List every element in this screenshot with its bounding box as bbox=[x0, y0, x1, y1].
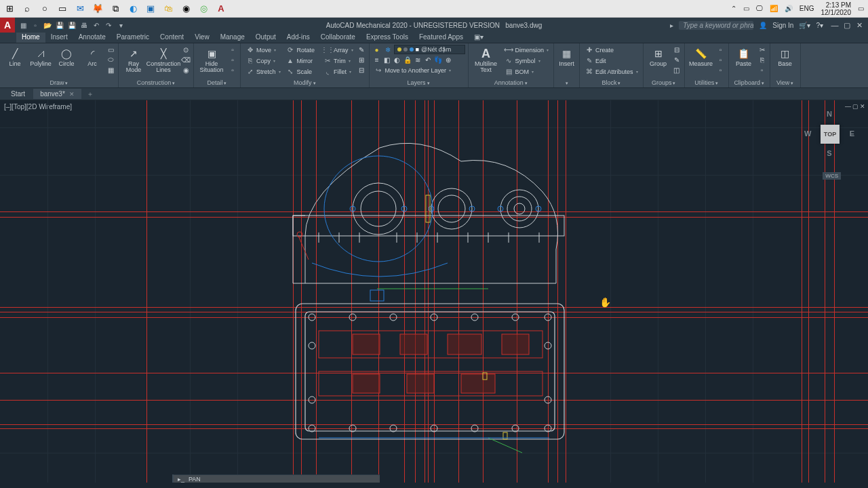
close-button[interactable]: ✕ bbox=[853, 19, 865, 31]
mail-icon[interactable]: ✉ bbox=[72, 1, 88, 16]
util-icon-1[interactable]: ▫ bbox=[716, 45, 726, 54]
tray-clock[interactable]: 2:13 PM 12/1/2020 bbox=[821, 1, 852, 16]
layer-lock-icon[interactable]: 🔒 bbox=[403, 55, 412, 64]
qat-redo-icon[interactable]: ↷ bbox=[103, 20, 114, 30]
measure-button[interactable]: 📏Measure bbox=[688, 45, 715, 67]
tab-extra-icon[interactable]: ▣▾ bbox=[469, 33, 489, 43]
hatch-icon[interactable]: ▦ bbox=[106, 65, 115, 75]
ray-mode-button[interactable]: ↗Ray Mode bbox=[121, 45, 146, 74]
rotate-button[interactable]: ⟳Rotate bbox=[284, 45, 320, 55]
modify-icon-b[interactable]: ⊞ bbox=[357, 55, 366, 64]
tab-annotate[interactable]: Annotate bbox=[73, 33, 111, 43]
modify-icon-c[interactable]: ⊟ bbox=[357, 65, 366, 75]
viewcube-west[interactable]: W bbox=[804, 129, 811, 138]
multiline-text-button[interactable]: AMultiline Text bbox=[471, 45, 501, 74]
tab-collaborate[interactable]: Collaborate bbox=[315, 33, 361, 43]
help-search[interactable]: Type a keyword or phrase bbox=[679, 21, 753, 30]
tray-volume-icon[interactable]: 🔊 bbox=[785, 5, 793, 12]
layer-iso-icon[interactable]: ◧ bbox=[382, 55, 392, 64]
start-tab[interactable]: Start bbox=[4, 89, 32, 99]
viewcube-north[interactable]: N bbox=[827, 110, 832, 118]
ellipse-icon[interactable]: ⬭ bbox=[106, 55, 115, 64]
line-icon[interactable]: ◎ bbox=[195, 1, 212, 16]
array-button[interactable]: ⋮⋮Array bbox=[321, 45, 355, 55]
cut-icon[interactable]: ✂ bbox=[757, 45, 767, 54]
symbol-button[interactable]: ∿Symbol bbox=[502, 56, 551, 66]
create-block-button[interactable]: ✚Create bbox=[583, 45, 640, 55]
tray-monitor-icon[interactable]: 🖵 bbox=[756, 5, 763, 12]
minimize-button[interactable]: — bbox=[829, 19, 841, 31]
viewcube-east[interactable]: E bbox=[850, 129, 854, 138]
qat-saveas-icon[interactable]: 💾 bbox=[66, 20, 77, 30]
tab-manage[interactable]: Manage bbox=[215, 33, 250, 43]
start-button[interactable]: ⊞ bbox=[1, 1, 18, 16]
share-icon[interactable]: ▸ bbox=[670, 22, 673, 29]
polyline-button[interactable]: ⩘Polyline bbox=[28, 45, 53, 67]
maximize-button[interactable]: ▢ bbox=[841, 19, 853, 31]
edit-attributes-button[interactable]: ⌘Edit Attributes bbox=[583, 66, 640, 77]
tab-featuredapps[interactable]: Featured Apps bbox=[414, 33, 469, 43]
taskview-icon[interactable]: ▭ bbox=[54, 1, 71, 16]
drawing-viewport[interactable]: [–][Top][2D Wireframe] — ▢ ✕ bbox=[0, 100, 868, 483]
trim-button[interactable]: ✂Trim bbox=[321, 56, 355, 66]
line-button[interactable]: ╱Line bbox=[3, 45, 27, 67]
copy-clip-icon[interactable]: ⎘ bbox=[757, 55, 767, 64]
copy-button[interactable]: ⎘Copy bbox=[243, 56, 283, 66]
tab-output[interactable]: Output bbox=[250, 33, 281, 43]
qat-open-icon[interactable]: 📂 bbox=[42, 20, 53, 30]
qat-undo-icon[interactable]: ↶ bbox=[91, 20, 102, 30]
arc-button[interactable]: ◜Arc bbox=[80, 45, 104, 67]
viewcube-south[interactable]: S bbox=[827, 149, 831, 157]
new-tab-button[interactable]: ＋ bbox=[83, 88, 98, 100]
tray-wifi-icon[interactable]: 📶 bbox=[770, 5, 778, 12]
tab-expresstools[interactable]: Express Tools bbox=[361, 33, 414, 43]
layer-bulb-icon[interactable]: ● bbox=[372, 45, 382, 54]
tab-parametric[interactable]: Parametric bbox=[111, 33, 155, 43]
chrome-icon[interactable]: ◉ bbox=[178, 1, 194, 16]
layer-prop-icon[interactable]: ≡ bbox=[372, 55, 382, 64]
detail-icon-1[interactable]: ▫ bbox=[228, 45, 237, 54]
edge-icon[interactable]: ◐ bbox=[125, 1, 141, 16]
qat-grid-icon[interactable]: ▦ bbox=[18, 20, 28, 30]
notification-icon[interactable]: ▭ bbox=[858, 5, 864, 12]
cortana-icon[interactable]: ○ bbox=[37, 1, 53, 16]
qat-save-icon[interactable]: 💾 bbox=[54, 20, 65, 30]
clip-icon-3[interactable]: ▫ bbox=[757, 65, 767, 75]
tab-view[interactable]: View bbox=[189, 33, 215, 43]
qat-more-icon[interactable]: ▾ bbox=[115, 20, 126, 30]
dimension-button[interactable]: ⟷Dimension bbox=[502, 45, 551, 55]
layer-dropdown[interactable]: ■ @Nét đậm bbox=[394, 45, 465, 54]
util-icon-3[interactable]: ▫ bbox=[716, 65, 726, 75]
app-icon-1[interactable]: ▣ bbox=[142, 1, 159, 16]
cline-point-icon[interactable]: ⊙ bbox=[181, 45, 191, 54]
group-select-icon[interactable]: ◫ bbox=[672, 65, 682, 75]
move-button[interactable]: ✥Move bbox=[243, 45, 283, 55]
qat-new-icon[interactable]: ▫ bbox=[30, 20, 41, 30]
fillet-button[interactable]: ◟Fillet bbox=[321, 66, 355, 77]
view-cube[interactable]: N S E W TOP bbox=[806, 110, 853, 157]
util-icon-2[interactable]: ▫ bbox=[716, 55, 726, 64]
tab-home[interactable]: Home bbox=[16, 33, 45, 43]
cline-circle-icon[interactable]: ◉ bbox=[181, 65, 191, 75]
file-tab[interactable]: banve3*✕ bbox=[33, 89, 81, 99]
app-logo-icon[interactable]: A bbox=[0, 18, 15, 33]
base-view-button[interactable]: ◫Base bbox=[773, 45, 797, 67]
firefox-icon[interactable]: 🦊 bbox=[90, 1, 106, 16]
tray-chevron-icon[interactable]: ⌃ bbox=[731, 5, 736, 12]
cart-icon[interactable]: 🛒▾ bbox=[799, 22, 810, 29]
modify-icon-a[interactable]: ✎ bbox=[357, 45, 366, 54]
construction-lines-button[interactable]: ╳Construction Lines bbox=[147, 45, 180, 74]
layer-off-icon[interactable]: ◐ bbox=[393, 55, 402, 64]
move-to-layer-button[interactable]: ↪Move to Another Layer bbox=[372, 65, 454, 75]
account-icon[interactable]: 👤 bbox=[759, 22, 767, 29]
viewcube-face[interactable]: TOP bbox=[821, 125, 840, 144]
tray-battery-icon[interactable]: ▭ bbox=[743, 5, 749, 12]
detail-icon-2[interactable]: ▫ bbox=[228, 55, 237, 64]
command-line[interactable]: ▸_ PAN bbox=[174, 474, 380, 483]
tray-lang[interactable]: ENG bbox=[800, 5, 814, 12]
cline-erase-icon[interactable]: ⌫ bbox=[181, 55, 191, 64]
tab-insert[interactable]: Insert bbox=[45, 33, 73, 43]
hide-situation-button[interactable]: ▣Hide Situation bbox=[197, 45, 226, 74]
group-button[interactable]: ⊞Group bbox=[646, 45, 671, 67]
store-icon[interactable]: 🛍 bbox=[160, 1, 176, 16]
